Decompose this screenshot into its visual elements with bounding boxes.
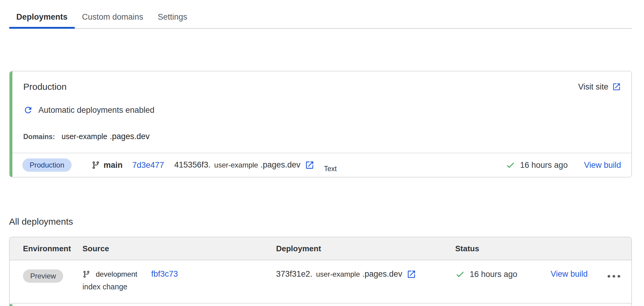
domains-label: Domains: — [23, 133, 55, 141]
visit-site-link[interactable]: Visit site — [578, 82, 621, 92]
url-suffix: .pages.dev — [362, 269, 402, 279]
url-suffix: .pages.dev — [260, 160, 300, 170]
domain-name: user-example — [62, 132, 107, 141]
all-deployments-heading: All deployments — [9, 216, 73, 227]
tab-custom-domains-label: Custom domains — [82, 12, 143, 22]
tab-settings-label: Settings — [158, 12, 187, 22]
git-branch-icon — [92, 161, 100, 169]
branch-name: development — [96, 270, 137, 278]
table-row: Preview development fbf3c73 index change… — [10, 260, 631, 304]
deployment-time: 16 hours ago — [470, 270, 517, 279]
tab-custom-domains[interactable]: Custom domains — [75, 0, 151, 28]
external-link-icon[interactable] — [407, 269, 416, 279]
actions-cell: View build — [551, 269, 595, 279]
production-deployment-row: Production main 7d3e477 415356f3. user-e… — [12, 153, 631, 177]
auto-deployments-row: Automatic deployments enabled — [23, 105, 154, 115]
row-menu-button[interactable]: ••• — [595, 269, 622, 282]
url-name: user-example — [214, 161, 258, 169]
external-link-icon[interactable] — [305, 160, 314, 170]
check-icon — [506, 160, 515, 170]
note-text: Text — [324, 165, 337, 173]
url-prefix: 415356f3. — [174, 160, 211, 170]
column-source: Source — [82, 244, 276, 253]
ellipsis-icon: ••• — [607, 271, 622, 282]
tab-settings[interactable]: Settings — [150, 0, 195, 28]
environment-badge: Production — [22, 158, 72, 172]
domain-suffix: .pages.dev — [110, 132, 150, 141]
deployments-table: Environment Source Deployment Status Pre… — [9, 237, 632, 306]
refresh-icon — [23, 105, 33, 115]
column-deployment: Deployment — [276, 244, 455, 253]
column-environment: Environment — [23, 244, 82, 253]
url-name: user-example — [316, 270, 360, 278]
environment-badge: Preview — [23, 269, 63, 283]
commit-message: index change — [82, 282, 127, 291]
column-status: Status — [455, 244, 551, 253]
commit-link[interactable]: 7d3e477 — [132, 161, 164, 170]
production-title: Production — [23, 82, 66, 92]
git-branch-icon — [82, 270, 90, 278]
domains-row: Domains: user-example .pages.dev — [23, 132, 150, 141]
tab-bar: Deployments Custom domains Settings — [9, 0, 632, 29]
environment-cell: Preview — [23, 269, 82, 283]
view-build-link[interactable]: View build — [551, 269, 588, 279]
deployment-url: 415356f3. user-example .pages.dev — [174, 160, 314, 170]
deployment-time: 16 hours ago — [520, 161, 568, 170]
next-row-partial — [10, 304, 631, 306]
commit-link[interactable]: fbf3c73 — [151, 269, 178, 279]
branch-name: main — [104, 161, 123, 170]
url-prefix: 373f31e2. — [276, 269, 312, 279]
status-cell: 16 hours ago — [455, 269, 551, 279]
table-header-row: Environment Source Deployment Status — [10, 237, 631, 260]
check-icon — [455, 269, 465, 279]
visit-site-label: Visit site — [578, 82, 608, 92]
deployments-page: Deployments Custom domains Settings Prod… — [0, 0, 644, 306]
branch-group: main — [92, 161, 123, 170]
production-card: Production Visit site Automatic deployme… — [9, 71, 632, 177]
source-cell: development fbf3c73 index change — [82, 269, 276, 291]
auto-deployments-text: Automatic deployments enabled — [38, 106, 154, 115]
external-link-icon — [612, 82, 621, 91]
view-build-link[interactable]: View build — [584, 161, 621, 170]
tab-deployments[interactable]: Deployments — [9, 0, 75, 28]
deployment-cell: 373f31e2. user-example .pages.dev — [276, 269, 455, 279]
production-card-header: Production Visit site — [23, 82, 621, 92]
status-group: 16 hours ago View build — [506, 160, 621, 170]
tab-deployments-label: Deployments — [16, 12, 68, 22]
